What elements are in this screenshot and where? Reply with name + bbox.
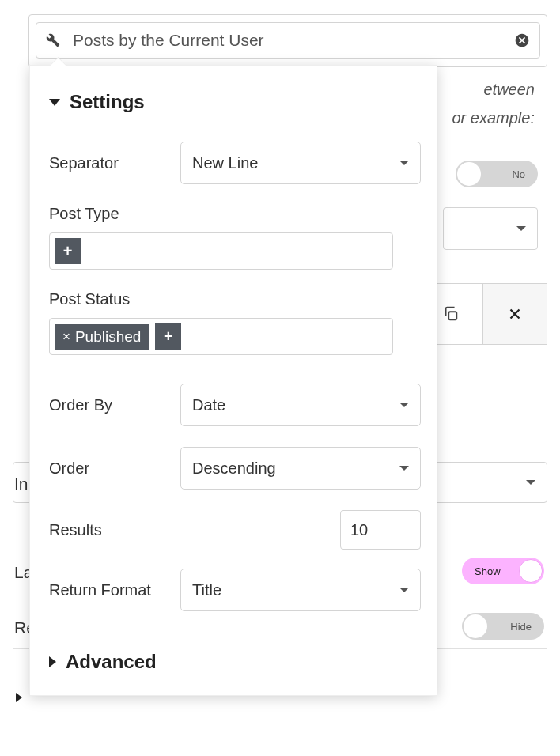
- toggle-show-container: Show: [462, 558, 544, 584]
- order-by-row: Order By Date: [49, 384, 421, 426]
- hide-toggle[interactable]: Hide: [462, 613, 544, 640]
- results-label: Results: [49, 521, 102, 539]
- config-card: Posts by the Current User: [28, 14, 547, 67]
- separator-select[interactable]: New Line: [180, 142, 421, 184]
- divider: [13, 731, 547, 731]
- settings-section-header[interactable]: Settings: [49, 91, 421, 113]
- post-status-input[interactable]: × Published +: [49, 318, 393, 355]
- separator-label: Separator: [49, 154, 180, 172]
- clear-icon[interactable]: [514, 32, 530, 48]
- return-format-label: Return Format: [49, 581, 180, 599]
- copy-icon: [442, 305, 460, 323]
- return-format-select[interactable]: Title: [180, 569, 421, 611]
- title-text: Posts by the Current User: [73, 31, 514, 50]
- svg-rect-0: [448, 312, 456, 319]
- chevron-down-icon: [526, 480, 535, 485]
- separator-row: Separator New Line: [49, 142, 421, 184]
- bg-action-buttons: [418, 283, 547, 345]
- settings-title: Settings: [70, 91, 145, 113]
- chevron-down-icon: [516, 226, 526, 231]
- return-format-row: Return Format Title: [49, 569, 421, 611]
- advanced-section-header[interactable]: Advanced: [49, 651, 421, 673]
- published-tag: × Published: [55, 324, 149, 350]
- caret-down-icon: [49, 99, 60, 106]
- add-post-type-button[interactable]: +: [55, 238, 81, 264]
- separator-value: New Line: [192, 154, 399, 172]
- title-field[interactable]: Posts by the Current User: [36, 22, 540, 59]
- bg-hint-text: etween or example:: [452, 75, 535, 132]
- chevron-down-icon: [399, 588, 409, 592]
- order-select[interactable]: Descending: [180, 447, 421, 490]
- toggle-hide-container: Hide: [462, 613, 544, 640]
- show-toggle[interactable]: Show: [462, 558, 544, 584]
- order-row: Order Descending: [49, 447, 421, 490]
- post-status-row: Post Status × Published +: [49, 290, 421, 355]
- return-format-value: Title: [192, 581, 399, 599]
- bg-select-1[interactable]: [443, 207, 538, 250]
- order-label: Order: [49, 459, 180, 478]
- toggle-knob: [464, 614, 487, 638]
- chevron-down-icon: [399, 161, 409, 165]
- order-by-value: Date: [192, 396, 399, 414]
- no-toggle[interactable]: No: [456, 161, 538, 187]
- toggle-label: No: [512, 168, 525, 180]
- tag-label: Published: [75, 328, 141, 346]
- expand-caret-icon[interactable]: [16, 693, 22, 702]
- add-post-status-button[interactable]: +: [155, 323, 181, 350]
- results-row: Results: [49, 510, 421, 550]
- toggle-label: Hide: [510, 621, 532, 633]
- order-value: Descending: [192, 459, 399, 478]
- remove-tag-icon[interactable]: ×: [62, 329, 70, 345]
- post-type-row: Post Type +: [49, 205, 421, 270]
- post-status-label: Post Status: [49, 290, 421, 308]
- chevron-down-icon: [399, 466, 409, 471]
- delete-button[interactable]: [482, 283, 547, 345]
- toggle-knob: [519, 559, 543, 583]
- settings-popover: Settings Separator New Line Post Type + …: [29, 65, 437, 696]
- close-icon: [506, 305, 524, 323]
- toggle-label: Show: [475, 565, 501, 577]
- post-type-input[interactable]: +: [49, 232, 393, 270]
- wrench-icon: [46, 33, 60, 47]
- advanced-title: Advanced: [66, 651, 157, 673]
- chevron-down-icon: [399, 403, 409, 407]
- caret-right-icon: [49, 656, 56, 667]
- toggle-knob: [457, 162, 481, 186]
- order-by-label: Order By: [49, 396, 180, 414]
- post-type-label: Post Type: [49, 205, 421, 223]
- results-input[interactable]: [340, 510, 421, 550]
- order-by-select[interactable]: Date: [180, 384, 421, 426]
- toggle-no-container: No: [456, 161, 538, 187]
